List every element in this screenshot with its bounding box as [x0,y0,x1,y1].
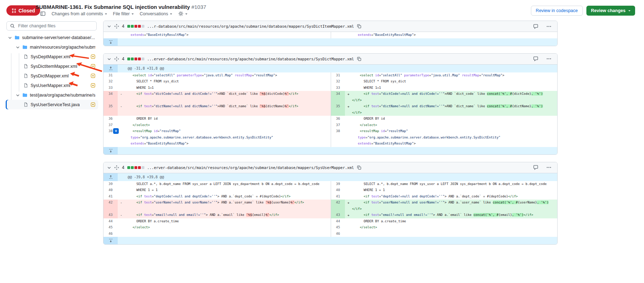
copy-path-icon[interactable] [357,56,362,61]
code-line: SELECT a.*, b.dept_name FROM sys_user a … [125,181,331,187]
diff-settings-dropdown[interactable] [178,11,187,16]
changed-files-tree: submarine-server/server-database/...main… [0,33,100,109]
file-path-link[interactable]: ...erver-database/src/main/resources/org… [147,165,354,170]
drag-file-icon[interactable] [114,24,119,29]
line-number[interactable]: 45 [103,224,118,231]
line-number[interactable]: 36 [103,116,118,122]
expand-down-button[interactable] [103,38,118,46]
code-line: <resultMap id="resultMap" [125,128,331,135]
diff-stat-square-del [138,25,141,28]
review-changes-button[interactable]: Review changes [586,6,635,16]
file-path-link[interactable]: ...r-database/src/main/resources/org/apa… [147,24,354,28]
line-number[interactable]: 46 [103,231,118,237]
line-number[interactable]: 45 [331,224,345,231]
expand-hunk-up-button[interactable] [103,173,118,181]
tree-file-sysdeptmapper-xml[interactable]: SysDeptMapper.xml [6,52,98,61]
tree-dir-main-resources-org-apache-subm-[interactable]: main/resources/org/apache/subm... [6,42,98,52]
line-number[interactable]: 32 [331,78,345,85]
tree-file-sysdictitemmapper-xml[interactable]: SysDictItemMapper.xml [6,61,98,71]
code-cell: WHERE 1 = 1 [118,187,331,194]
file-path-link[interactable]: ...erver-database/src/main/resources/org… [147,57,354,61]
changes-from-dropdown[interactable]: Changes from all commits [52,11,107,16]
tree-dir-test-java-org-apache-submarine-s-[interactable]: test/java/org/apache/submarine/s... [6,90,98,100]
line-number[interactable]: 31 [331,72,345,79]
line-number[interactable]: 38+ [103,128,118,147]
line-number[interactable]: 38 [331,128,345,147]
file-options-kebab-button[interactable] [546,56,552,61]
line-number[interactable]: 42 [103,200,118,212]
line-number[interactable]: 40 [331,187,345,194]
code-token: >AND `dict_code` like [445,92,487,96]
line-number[interactable] [331,32,345,38]
paneltoggle-icon[interactable] [40,11,46,16]
line-number[interactable]: 40 [103,187,118,194]
line-number[interactable]: 33 [103,85,118,91]
file-filter-dropdown[interactable]: File filter [113,11,134,16]
add-line-comment-button[interactable]: + [113,128,119,134]
file-options-kebab-button[interactable] [546,24,552,29]
diff-stat-square-del [134,58,137,60]
diff-row: extends="BaseEntityResultMap"> extends="… [103,32,557,38]
word-diff-highlight: , '%') [512,213,524,217]
line-number[interactable]: 46 [331,231,345,237]
line-number[interactable]: 41 [331,194,345,200]
line-number[interactable]: 31 [103,72,118,79]
diff-row: 31 <select id="selectAll" parameterType=… [103,72,557,79]
conversations-dropdown[interactable]: Conversations [140,11,172,16]
line-number[interactable]: 37 [103,122,118,129]
code-token: > [502,74,504,77]
toggle-comments-button[interactable] [533,165,538,170]
line-number[interactable]: 43 [103,212,118,218]
copy-path-icon[interactable] [357,165,362,170]
copy-path-icon[interactable] [357,24,362,29]
line-number[interactable]: 35 [103,103,118,116]
code-line: SELECT a.*, b.dept_name FROM sys_user a … [352,181,558,187]
pr-header: Closed SUBMARINE-1361. Fix Submarine SQL… [0,0,644,20]
code-token: test [371,195,379,198]
code-token: "email!=null and email!=''" [154,213,206,217]
line-number[interactable]: 43 [331,212,345,218]
collapse-file-chevron-icon[interactable] [107,165,111,170]
line-number[interactable]: 36 [331,116,345,122]
line-number[interactable]: 42 [331,200,345,212]
line-number[interactable]: 32 [103,78,118,85]
line-number[interactable]: 35 [331,103,345,116]
line-number[interactable]: 34 [103,91,118,103]
code-cell: <resultMap id="resultMap" type="org.apac… [118,128,331,147]
tree-file-sysuserservicetest-java[interactable]: SysUserServiceTest.java [6,100,98,109]
line-number[interactable]: 34 [331,91,345,103]
toggle-comments-button[interactable] [533,56,538,61]
tree-dir-submarine-server-server-database-[interactable]: submarine-server/server-database/... [6,33,98,42]
line-number[interactable]: 39 [103,181,118,187]
file-filter-box[interactable] [6,21,97,31]
toggle-comments-button[interactable] [533,24,538,29]
review-in-codespace-button[interactable]: Review in codespace [531,6,583,16]
line-number[interactable] [103,32,118,38]
expand-down-button[interactable] [103,237,118,244]
line-number[interactable]: 33 [331,85,345,91]
code-cell: <select id="selectAll" parameterType="ja… [118,72,331,79]
word-diff-highlight: concat('%', # [473,213,498,217]
code-token [352,92,364,96]
line-number[interactable]: 41 [103,194,118,200]
line-number[interactable]: 39 [331,181,345,187]
drag-file-icon[interactable] [114,56,119,61]
file-options-kebab-button[interactable] [546,165,552,170]
filter-changed-files-input[interactable] [17,23,86,29]
code-cell: SELECT a.*, b.dept_name FROM sys_user a … [118,181,331,187]
code-token: > AND a.`email` like [206,213,246,217]
code-token [352,123,360,127]
line-number[interactable]: 44 [331,218,345,225]
code-token: ORDER BY a.create_time [125,219,179,223]
line-number[interactable]: 37 [331,122,345,129]
expand-hunk-up-button[interactable] [103,65,118,72]
tree-file-sysdictmapper-xml[interactable]: SysDictMapper.xml [6,71,98,81]
drag-file-icon[interactable] [114,165,119,170]
tree-item-label: SysDictItemMapper.xml [31,64,77,69]
collapse-file-chevron-icon[interactable] [107,57,111,61]
folder-icon [22,45,27,50]
tree-file-sysusermapper-xml[interactable]: SysUserMapper.xml [6,81,98,90]
expand-down-button[interactable] [103,147,118,154]
line-number[interactable]: 44 [103,218,118,225]
collapse-file-chevron-icon[interactable] [107,24,111,28]
